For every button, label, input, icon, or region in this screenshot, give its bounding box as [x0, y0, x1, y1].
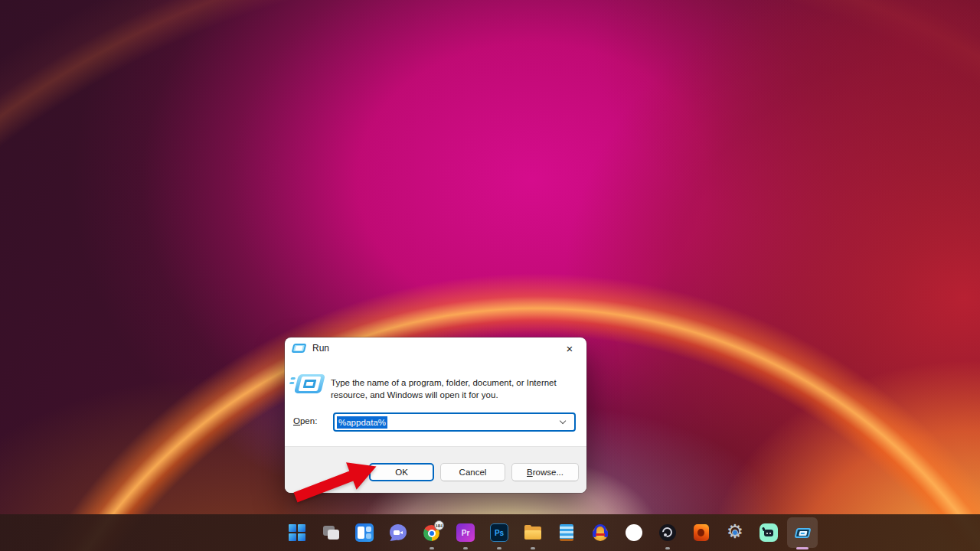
description-line-2: resource, and Windows will open it for y…: [331, 390, 498, 399]
video-chat-icon: [389, 523, 407, 542]
audio-app-button[interactable]: [583, 514, 617, 551]
open-combobox[interactable]: %appdata%: [333, 412, 576, 432]
slack-icon: [625, 523, 643, 542]
notepad-button[interactable]: [550, 514, 583, 551]
obs-studio-icon: [658, 523, 677, 542]
chrome-icon: HH: [423, 523, 441, 542]
chrome-badge: HH: [434, 520, 444, 530]
running-indicator: [665, 547, 670, 549]
close-icon: ×: [567, 343, 573, 354]
running-indicator: [430, 547, 434, 549]
browse-button[interactable]: Browse...: [511, 463, 579, 481]
office-button[interactable]: [684, 514, 718, 551]
dialog-description: Type the name of a program, folder, docu…: [331, 377, 557, 401]
active-window-indicator: [796, 547, 808, 549]
run-dialog-icon: [294, 374, 325, 393]
widgets-button[interactable]: [348, 514, 381, 551]
folder-icon: [524, 523, 542, 542]
running-indicator: [463, 547, 468, 549]
settings-button[interactable]: ⚙: [718, 514, 752, 551]
running-indicator: [497, 547, 501, 549]
widgets-icon: [355, 523, 374, 542]
notepad-icon: [557, 523, 576, 542]
chrome-button[interactable]: HH: [415, 514, 449, 551]
photoshop-icon: Ps: [490, 523, 508, 542]
combobox-selected-text: %appdata%: [337, 416, 387, 429]
file-explorer-button[interactable]: [516, 514, 550, 551]
slack-button[interactable]: [617, 514, 651, 551]
run-taskbar-button[interactable]: [786, 514, 819, 551]
headphones-icon: [591, 523, 609, 542]
run-app-icon: [292, 344, 307, 353]
microsoft-office-icon: [692, 523, 710, 542]
taskbar: HH Pr Ps: [0, 514, 980, 551]
task-view-button[interactable]: [314, 514, 348, 551]
run-window-icon: [793, 523, 812, 542]
chat-button[interactable]: [381, 514, 415, 551]
robot-app-icon: [760, 523, 778, 542]
ok-button[interactable]: OK: [369, 463, 434, 481]
task-view-icon: [322, 523, 340, 542]
mint-robot-app-button[interactable]: [752, 514, 786, 551]
running-indicator: [531, 547, 535, 549]
start-button[interactable]: [280, 514, 314, 551]
gear-icon: ⚙: [726, 523, 744, 542]
description-line-1: Type the name of a program, folder, docu…: [331, 378, 557, 387]
premiere-pro-button[interactable]: Pr: [449, 514, 482, 551]
run-dialog: Run × Type the name of a program, folder…: [285, 337, 586, 493]
windows-logo-icon: [288, 523, 306, 542]
dialog-footer: OK Cancel Browse...: [285, 446, 586, 493]
premiere-pro-icon: Pr: [456, 523, 475, 542]
desktop: Run × Type the name of a program, folder…: [0, 0, 980, 551]
chevron-down-icon[interactable]: [554, 414, 571, 430]
dialog-titlebar[interactable]: Run ×: [285, 337, 586, 359]
dialog-title: Run: [312, 343, 329, 354]
open-label: Open:: [293, 416, 317, 425]
photoshop-button[interactable]: Ps: [482, 514, 516, 551]
obs-studio-button[interactable]: [651, 514, 684, 551]
cancel-button[interactable]: Cancel: [440, 463, 505, 481]
taskbar-icon-row: HH Pr Ps: [280, 514, 819, 551]
close-button[interactable]: ×: [557, 340, 582, 357]
